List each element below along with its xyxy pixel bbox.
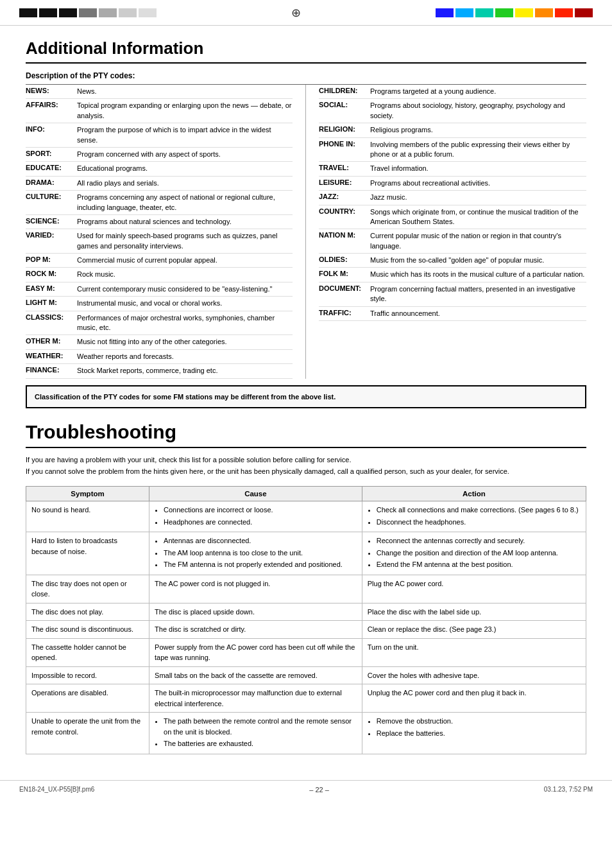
pty-desc: Programs about natural sciences and tech… <box>77 217 232 227</box>
pty-row-right: TRAVEL:Travel information. <box>319 162 586 176</box>
cause-cell: The disc is scratched or dirty. <box>149 621 362 639</box>
pty-desc: Rock music. <box>77 270 115 279</box>
pty-row-left: EDUCATE:Educational programs. <box>26 162 293 176</box>
pty-code: JAZZ: <box>319 193 370 200</box>
table-row: Hard to listen to broadcasts because of … <box>26 532 586 575</box>
pty-desc: Weather reports and forecasts. <box>77 352 174 361</box>
action-cell: Cover the holes with adhesive tape. <box>362 666 586 684</box>
crosshair-icon: ⊕ <box>291 6 301 20</box>
pty-row-left: WEATHER:Weather reports and forecasts. <box>26 350 293 364</box>
pty-desc: Educational programs. <box>77 164 148 173</box>
col-header-symptom: Symptom <box>26 487 149 501</box>
symptom-cell: Unable to operate the unit from the remo… <box>26 713 149 754</box>
pty-code: INFO: <box>26 125 77 133</box>
pty-desc: Program concerned with any aspect of spo… <box>77 150 221 159</box>
pty-code: EASY M: <box>26 284 77 292</box>
action-item: Extend the FM antenna at the best positi… <box>377 559 581 570</box>
additional-information-section: Additional Information Description of th… <box>0 26 612 415</box>
cause-cell: The path between the remote control and … <box>149 713 362 754</box>
cause-item: The AM loop antenna is too close to the … <box>164 548 357 559</box>
table-row: Unable to operate the unit from the remo… <box>26 713 586 754</box>
action-cell: Reconnect the antennas correctly and sec… <box>362 532 586 575</box>
action-item: Change the position and direction of the… <box>377 548 581 559</box>
ts-intro-line1: If you are having a problem with your un… <box>26 456 351 464</box>
pty-row-right: OLDIES:Music from the so-called "golden … <box>319 254 586 268</box>
pty-row-left: CLASSICS:Performances of major orchestra… <box>26 311 293 336</box>
pty-row-left: CULTURE:Programs concerning any aspect o… <box>26 191 293 215</box>
color-bar-2 <box>455 8 473 17</box>
pty-desc: Travel information. <box>370 164 429 173</box>
action-cell: Clean or replace the disc. (See page 23.… <box>362 621 586 639</box>
pty-code: NEWS: <box>26 87 77 94</box>
pty-desc: Program the purpose of which is to impar… <box>77 125 293 145</box>
pty-code: PHONE IN: <box>319 140 370 148</box>
pty-desc: Songs which originate from, or continue … <box>370 207 586 227</box>
action-cell: Unplug the AC power cord and then plug i… <box>362 684 586 713</box>
troubleshooting-table: Symptom Cause Action No sound is heard.C… <box>26 486 586 754</box>
pty-desc: Music from the so-called "golden age" of… <box>370 256 544 265</box>
pty-desc: Involving members of the public expressi… <box>370 140 586 160</box>
action-item: Replace the batteries. <box>377 728 581 739</box>
pty-desc: Music which has its roots in the musical… <box>370 270 584 279</box>
pty-row-left: VARIED:Used for mainly speech-based prog… <box>26 229 293 254</box>
pty-left-column: NEWS:News.AFFAIRS:Topical program expand… <box>26 85 306 379</box>
footer-left: EN18-24_UX-P55[B]f.pm6 <box>19 786 94 793</box>
pty-code: VARIED: <box>26 231 77 239</box>
symptom-cell: Operations are disabled. <box>26 684 149 713</box>
ts-section-title: Troubleshooting <box>26 421 586 448</box>
pty-row-right: TRAFFIC:Traffic announcement. <box>319 307 586 321</box>
footer-bar: EN18-24_UX-P55[B]f.pm6 – 22 – 03.1.23, 7… <box>0 780 612 799</box>
pty-desc: Current popular music of the nation or r… <box>370 231 586 251</box>
pty-desc: Used for mainly speech-based programs su… <box>77 231 293 251</box>
ai-section-title: Additional Information <box>26 39 586 64</box>
symptom-cell: The disc does not play. <box>26 603 149 621</box>
pty-subtitle: Description of the PTY codes: <box>26 71 586 80</box>
pty-row-right: PHONE IN:Involving members of the public… <box>319 138 586 162</box>
pty-row-left: OTHER M:Music not fitting into any of th… <box>26 335 293 349</box>
pty-desc: Music not fitting into any of the other … <box>77 337 227 347</box>
pty-desc: Programs about sociology, history, geogr… <box>370 101 586 121</box>
pty-desc: Program concerning factual matters, pres… <box>370 284 586 304</box>
ts-intro-text: If you are having a problem with your un… <box>26 455 586 477</box>
action-item: Disconnect the headphones. <box>377 517 581 528</box>
color-bar-5 <box>515 8 533 17</box>
col-header-action: Action <box>362 487 586 501</box>
table-row: The disc does not play.The disc is place… <box>26 603 586 621</box>
pty-desc: Traffic announcement. <box>370 309 440 318</box>
action-cell: Plug the AC power cord. <box>362 575 586 603</box>
symptom-cell: Hard to listen to broadcasts because of … <box>26 532 149 575</box>
pty-codes-table: NEWS:News.AFFAIRS:Topical program expand… <box>26 84 586 379</box>
pty-row-left: LIGHT M:Instrumental music, and vocal or… <box>26 297 293 311</box>
pty-code: AFFAIRS: <box>26 101 77 108</box>
ts-intro-line2: If you cannot solve the problem from the… <box>26 467 509 475</box>
pty-code: ROCK M: <box>26 270 77 277</box>
pty-desc: Programs about recreational activities. <box>370 178 490 188</box>
pty-row-right: JAZZ:Jazz music. <box>319 191 586 205</box>
bar-block-3 <box>59 8 77 17</box>
top-bar-center: ⊕ <box>157 6 436 20</box>
bar-block-2 <box>39 8 57 17</box>
pty-code: RELIGION: <box>319 125 370 133</box>
col-header-cause: Cause <box>149 487 362 501</box>
pty-note: Classification of the PTY codes for some… <box>26 385 586 409</box>
pty-desc: Programs targeted at a young audience. <box>370 87 496 96</box>
pty-code: EDUCATE: <box>26 164 77 171</box>
pty-row-right: FOLK M:Music which has its roots in the … <box>319 268 586 282</box>
color-bar-7 <box>555 8 573 17</box>
top-bar-left-blocks <box>19 8 157 17</box>
action-cell: Turn on the unit. <box>362 638 586 666</box>
pty-row-right: LEISURE:Programs about recreational acti… <box>319 177 586 191</box>
cause-cell: Antennas are disconnected.The AM loop an… <box>149 532 362 575</box>
pty-desc: Religious programs. <box>370 125 433 135</box>
troubleshooting-section: Troubleshooting If you are having a prob… <box>0 415 612 767</box>
pty-code: SPORT: <box>26 150 77 157</box>
pty-desc: Commercial music of current popular appe… <box>77 256 217 265</box>
action-item: Remove the obstruction. <box>377 716 581 727</box>
pty-desc: Current contemporary music considered to… <box>77 284 272 294</box>
pty-desc: Programs concerning any aspect of nation… <box>77 193 293 213</box>
color-bar-6 <box>535 8 553 17</box>
pty-code: FOLK M: <box>319 270 370 277</box>
cause-item: The FM antenna is not properly extended … <box>164 559 357 570</box>
pty-code: CHILDREN: <box>319 87 370 94</box>
bar-block-6 <box>119 8 137 17</box>
